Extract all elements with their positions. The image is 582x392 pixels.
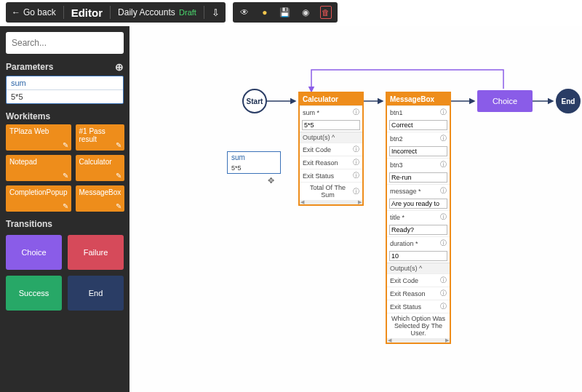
- msg-btn1-input[interactable]: [389, 120, 447, 130]
- save-icon[interactable]: 💾: [279, 7, 291, 17]
- topbar: ← Go back Editor Daily Accounts Draft ⇩ …: [0, 0, 582, 26]
- editor-title: Editor: [71, 7, 103, 19]
- arrow-left-icon: ←: [12, 7, 20, 17]
- workitems-header: Workitems: [6, 111, 124, 121]
- transitions-title: Transitions: [6, 219, 52, 229]
- info-icon: ⓘ: [440, 276, 447, 285]
- msg-title-input[interactable]: [389, 225, 447, 235]
- info-icon: ⓘ: [440, 160, 447, 169]
- edit-icon: ✎: [116, 141, 121, 149]
- edit-icon: ✎: [63, 172, 68, 180]
- canvas[interactable]: Start Calculator sum *ⓘ Output(s) ^ Exit…: [129, 26, 582, 392]
- edit-icon: ✎: [116, 172, 121, 180]
- drag-param-value: 5*5: [228, 163, 280, 173]
- info-icon: ⓘ: [440, 239, 447, 248]
- info-icon: ⓘ: [353, 145, 359, 154]
- separator: [63, 6, 64, 19]
- msg-btn3-input[interactable]: [389, 172, 447, 183]
- info-icon: ⓘ: [440, 108, 447, 117]
- info-icon: ⓘ: [440, 302, 447, 311]
- info-icon: ⓘ: [353, 158, 359, 167]
- add-parameter-icon[interactable]: ⊕: [115, 61, 124, 73]
- messagebox-title: MessageBox: [387, 93, 450, 105]
- workitems-title: Workitems: [6, 111, 50, 121]
- parameter-value: 5*5: [7, 90, 123, 103]
- separator: [110, 6, 111, 19]
- transitions-header: Transitions: [6, 219, 124, 229]
- choice-node[interactable]: Choice: [477, 90, 533, 112]
- workitem-notepad[interactable]: Notepad✎: [6, 155, 71, 181]
- delete-icon[interactable]: 🗑: [320, 6, 332, 19]
- edit-icon: ✎: [116, 202, 121, 210]
- calc-input-label: sum *: [303, 109, 319, 116]
- draft-badge: Draft: [179, 8, 196, 17]
- calc-sum-input[interactable]: [302, 120, 360, 130]
- workitem-pass-result[interactable]: #1 Pass result✎: [76, 124, 125, 151]
- separator: [204, 6, 204, 19]
- transition-failure[interactable]: Failure: [68, 235, 124, 270]
- workitem-completionpopup[interactable]: CompletionPopup✎: [6, 185, 71, 212]
- edit-icon: ✎: [63, 202, 68, 210]
- start-node[interactable]: Start: [242, 89, 267, 113]
- messagebox-node[interactable]: MessageBox btn1ⓘ btn2ⓘ btn3ⓘ message *ⓘ …: [386, 92, 451, 344]
- preview-icon[interactable]: 👁: [239, 7, 250, 17]
- parameter-name: sum: [7, 76, 123, 90]
- search-input[interactable]: [6, 32, 124, 54]
- info-icon: ⓘ: [440, 289, 447, 298]
- edit-icon: ✎: [63, 141, 68, 149]
- info-icon: ⓘ: [353, 108, 359, 117]
- dragging-parameter[interactable]: sum 5*5: [227, 151, 281, 174]
- topbar-actions: 👁 ● 💾 ◉ 🗑: [233, 2, 338, 23]
- transition-end[interactable]: End: [68, 276, 124, 311]
- drag-param-name: sum: [228, 152, 280, 163]
- sidebar: Parameters ⊕ sum 5*5 Workitems TPlaza We…: [0, 26, 129, 392]
- info-icon: ⓘ: [440, 134, 447, 143]
- msg-message-input[interactable]: [389, 199, 447, 209]
- info-icon: ⓘ: [440, 212, 447, 222]
- lightbulb-icon[interactable]: ●: [259, 7, 271, 17]
- msg-outputs-header[interactable]: Output(s) ^: [387, 263, 450, 273]
- calculator-node[interactable]: Calculator sum *ⓘ Output(s) ^ Exit Codeⓘ…: [298, 92, 364, 206]
- topbar-main: ← Go back Editor Daily Accounts Draft ⇩: [6, 2, 226, 23]
- calc-outputs-header[interactable]: Output(s) ^: [300, 132, 362, 143]
- calculator-title: Calculator: [300, 93, 362, 105]
- add-icon[interactable]: ◉: [300, 7, 311, 17]
- scrollbar[interactable]: ◀▶: [387, 338, 450, 343]
- workitems-grid: TPlaza Web✎ #1 Pass result✎ Notepad✎ Cal…: [6, 124, 124, 212]
- info-icon: ⓘ: [353, 187, 359, 196]
- flow-name: Daily Accounts: [118, 7, 175, 17]
- workitem-tplaza-web[interactable]: TPlaza Web✎: [6, 124, 71, 151]
- go-back-label: Go back: [23, 7, 56, 17]
- workitem-messagebox[interactable]: MessageBox✎: [76, 185, 125, 212]
- parameters-header: Parameters ⊕: [6, 61, 124, 73]
- connectors: [129, 26, 582, 392]
- parameter-sum[interactable]: sum 5*5: [6, 76, 124, 104]
- msg-duration-input[interactable]: [389, 251, 447, 261]
- info-icon: ⓘ: [440, 186, 447, 196]
- end-node[interactable]: End: [556, 89, 581, 113]
- download-icon[interactable]: ⇩: [212, 7, 220, 18]
- info-icon: ⓘ: [353, 171, 359, 180]
- scrollbar[interactable]: ◀▶: [300, 200, 362, 204]
- move-cursor-icon: ✥: [268, 176, 274, 185]
- workitem-calculator[interactable]: Calculator✎: [76, 155, 125, 181]
- go-back-button[interactable]: ← Go back: [12, 7, 56, 17]
- transition-choice[interactable]: Choice: [6, 235, 62, 270]
- parameters-title: Parameters: [6, 62, 53, 72]
- msg-btn2-input[interactable]: [389, 146, 447, 156]
- transition-success[interactable]: Success: [6, 276, 62, 311]
